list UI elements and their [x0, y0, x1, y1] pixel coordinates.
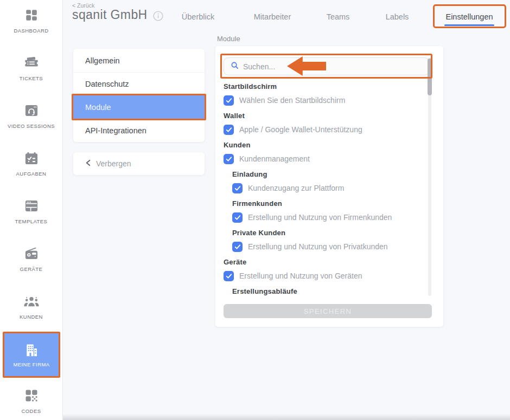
settings-nav-item-api-integrationen[interactable]: API-Integrationen — [73, 119, 205, 142]
info-icon[interactable] — [153, 11, 163, 21]
scrollbar-thumb[interactable] — [428, 59, 432, 95]
sidebar-item-label: GERÄTE — [20, 266, 43, 272]
module-option-row: Erstellung und Nutzung von Geräten — [224, 270, 424, 281]
active-tab-underline — [444, 24, 494, 26]
tasks-calendar-icon — [24, 151, 39, 166]
sidebar: DASHBOARDTICKETSVIDEO SESSIONSAUFGABENTE… — [0, 0, 63, 420]
sidebar-item-label: KUNDEN — [20, 314, 43, 320]
module-option-label: Wählen Sie den Startbildschirm — [239, 96, 345, 105]
module-option-row: Kundenzugang zur Plattform — [232, 183, 424, 193]
sidebar-item-codes[interactable]: CODES — [0, 388, 62, 414]
checkbox-checked[interactable] — [232, 212, 243, 223]
checkbox-checked[interactable] — [232, 183, 243, 193]
module-option-label: Apple / Google Wallet-Unterstützung — [239, 125, 362, 134]
module-option-label: Kundenzugang zur Plattform — [248, 184, 344, 192]
tab-teams[interactable]: Teams — [327, 12, 350, 21]
collapse-nav-button[interactable]: Verbergen — [73, 152, 205, 175]
collapse-label: Verbergen — [96, 159, 131, 168]
bottom-shadow — [63, 413, 510, 420]
checkbox-checked[interactable] — [224, 154, 234, 164]
tab-labels[interactable]: Labels — [386, 12, 409, 21]
module-option-label: Erstellung und Nutzung von Firmenkunden — [248, 213, 392, 222]
settings-nav: AllgemeinDatenschutzModuleAPI-Integratio… — [73, 49, 205, 142]
module-section-title: Wallet — [224, 112, 424, 120]
codes-icon — [24, 388, 39, 403]
tickets-icon — [24, 55, 39, 70]
checkbox-checked[interactable] — [224, 271, 234, 281]
module-section-title: Erstellungsabläufe — [232, 287, 424, 296]
sidebar-item-dashboard[interactable]: DASHBOARD — [0, 8, 62, 34]
checkbox-checked[interactable] — [224, 95, 234, 106]
sidebar-item-templates[interactable]: TEMPLATES — [0, 198, 62, 224]
tab-uberblick[interactable]: Überblick — [182, 12, 214, 21]
device-radio-icon — [24, 246, 39, 261]
sidebar-item-kunden[interactable]: KUNDEN — [0, 294, 62, 320]
video-sessions-icon — [24, 103, 39, 118]
tab-einstellungen[interactable]: Einstellungen — [445, 12, 493, 21]
settings-nav-item-module[interactable]: Module — [73, 95, 205, 119]
module-option-label: Erstellung und Nutzung von Privatkunden — [248, 242, 388, 251]
settings-nav-item-datenschutz[interactable]: Datenschutz — [73, 72, 205, 95]
module-section-title: Einladung — [232, 170, 424, 179]
module-option-label: Kundenmanagement — [239, 154, 310, 163]
sidebar-item-label: TEMPLATES — [15, 218, 48, 224]
module-option-row: Erstellung und Nutzung von Privatkunden — [232, 241, 424, 252]
sidebar-item-label: TICKETS — [20, 75, 43, 81]
module-option-row: Erstellung und Nutzung von Firmenkunden — [232, 212, 424, 223]
checkbox-checked[interactable] — [232, 242, 243, 252]
sidebar-item-aufgaben[interactable]: AUFGABEN — [0, 151, 62, 177]
tab-mitarbeiter[interactable]: Mitarbeiter — [254, 12, 291, 21]
templates-icon — [24, 198, 39, 214]
page-title: sqanit GmbH — [72, 8, 148, 22]
company-header: sqanit GmbH — [72, 8, 163, 22]
settings-nav-item-allgemein[interactable]: Allgemein — [73, 49, 205, 72]
sidebar-item-label: DASHBOARD — [14, 28, 48, 34]
sidebar-item-label: VIDEO SESSIONS — [8, 123, 55, 129]
app-window: DASHBOARDTICKETSVIDEO SESSIONSAUFGABENTE… — [0, 0, 510, 420]
module-section-title: Kunden — [224, 141, 424, 150]
module-section-title: Geräte — [224, 258, 424, 267]
module-panel: StartbildschirmWählen Sie den Startbilds… — [215, 46, 443, 327]
save-button[interactable]: SPEICHERN — [224, 304, 432, 318]
sidebar-item-label: AUFGABEN — [16, 171, 47, 177]
panel-breadcrumb: Module — [217, 35, 240, 43]
search-icon — [231, 61, 239, 72]
module-option-row: Apple / Google Wallet-Unterstützung — [224, 124, 424, 135]
checkbox-checked[interactable] — [224, 125, 234, 135]
module-option-label: Erstellung und Nutzung von Geräten — [239, 272, 362, 280]
sidebar-item-label: MEINE FIRMA — [13, 361, 49, 367]
sidebar-item-video-sessions[interactable]: VIDEO SESSIONS — [0, 103, 62, 129]
sidebar-item-tickets[interactable]: TICKETS — [0, 55, 62, 81]
search-box[interactable] — [224, 57, 429, 75]
scrollbar-track[interactable] — [428, 57, 431, 296]
dashboard-icon — [24, 8, 39, 23]
company-buildings-icon — [23, 343, 40, 358]
sidebar-item-meine-firma[interactable]: MEINE FIRMA — [3, 332, 60, 378]
customers-icon — [23, 294, 40, 309]
module-section-title: Firmenkunden — [232, 199, 424, 208]
module-option-row: Kundenmanagement — [224, 153, 424, 164]
sidebar-item-label: CODES — [21, 408, 41, 414]
module-option-row: Wählen Sie den Startbildschirm — [224, 95, 424, 106]
module-section-title: Startbildschirm — [224, 82, 424, 91]
module-list: StartbildschirmWählen Sie den Startbilds… — [224, 80, 424, 296]
module-section-title: Private Kunden — [232, 229, 424, 237]
sidebar-item-gerate[interactable]: GERÄTE — [0, 246, 62, 272]
chevron-left-icon — [85, 159, 91, 169]
